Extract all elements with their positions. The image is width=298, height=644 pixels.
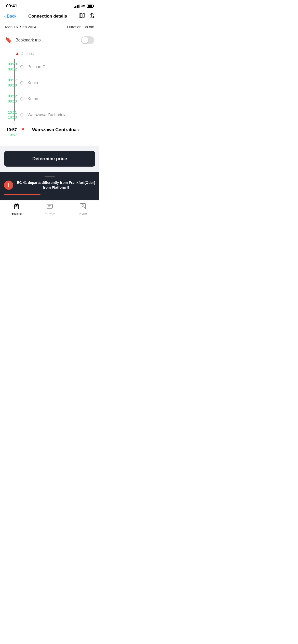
stops-toggle[interactable]: ▲ 4 stops xyxy=(0,48,99,59)
timeline: 08:29 08:32 Poznan Gl. 09:17 09:18 Konin… xyxy=(0,59,99,141)
nav-journeys-label: Journeys xyxy=(44,212,56,215)
stop-poznan-dot xyxy=(20,65,23,68)
journeys-icon xyxy=(46,203,53,211)
booking-icon xyxy=(13,203,20,211)
nav-journeys[interactable]: Journeys xyxy=(33,203,66,215)
share-icon[interactable] xyxy=(89,13,94,20)
svg-point-2 xyxy=(16,205,17,206)
home-bar xyxy=(33,218,66,218)
destination-arrow-icon: › xyxy=(78,127,79,132)
stop-poznan-arrive: 08:29 xyxy=(5,62,17,67)
svg-point-7 xyxy=(82,204,84,206)
stop-zachodnia-name: Warszawa Zachodnia xyxy=(23,113,66,117)
status-icons: 4G xyxy=(74,4,93,8)
stop-warszawa-zachodnia: 10:51 10:53 Warszawa Zachodnia xyxy=(5,107,94,123)
stop-centralna-depart: 10:57 xyxy=(5,133,17,138)
pin-icon: 📍 xyxy=(20,128,25,133)
bookmark-label: Bookmark trip xyxy=(16,38,41,42)
journey-duration: Duration: 3h 8m xyxy=(67,25,94,29)
stop-kutno-dot xyxy=(20,97,23,100)
stop-zachodnia-depart: 10:53 xyxy=(5,115,17,120)
stop-poznan: 08:29 08:32 Poznan Gl. xyxy=(5,59,94,75)
header-actions xyxy=(79,13,94,20)
nav-booking[interactable]: Booking xyxy=(0,203,33,215)
bottom-section: Determine price xyxy=(0,146,99,172)
stop-kutno-depart: 09:53 xyxy=(5,99,17,104)
network-label: 4G xyxy=(81,4,85,8)
stop-zachodnia-times: 10:51 10:53 xyxy=(5,110,20,120)
stop-poznan-times: 08:29 08:32 xyxy=(5,62,20,72)
stops-count: 4 stops xyxy=(21,51,34,56)
home-indicator xyxy=(0,217,99,218)
stop-kutno-name: Kutno xyxy=(23,97,38,101)
stop-centralna-times: 10:57 10:57 xyxy=(5,127,20,138)
determine-price-button[interactable]: Determine price xyxy=(4,151,95,167)
stop-konin: 09:17 09:18 Konin xyxy=(5,75,94,91)
alert-text: EC 41 departs differently from Frankfurt… xyxy=(17,180,95,190)
stop-kutno: 09:52 09:53 Kutno xyxy=(5,91,94,107)
svg-rect-3 xyxy=(47,204,52,208)
destination-label: Warszawa Centralna › xyxy=(25,127,79,133)
stop-poznan-name: Poznan Gl. xyxy=(23,65,48,69)
bookmark-icon: 🔖 xyxy=(5,37,12,43)
signal-icon xyxy=(74,5,79,8)
stop-kutno-arrive: 09:52 xyxy=(5,94,17,99)
profile-icon xyxy=(79,203,86,211)
stop-zachodnia-arrive: 10:51 xyxy=(5,110,17,115)
alert-icon: ! xyxy=(4,181,13,190)
nav-profile-label: Profile xyxy=(79,212,87,215)
bottom-nav: Booking Journeys Profile xyxy=(0,200,99,217)
sheet-handle xyxy=(45,176,55,177)
stop-konin-depart: 09:18 xyxy=(5,83,17,88)
battery-icon xyxy=(87,5,93,8)
status-bar: 09:41 4G xyxy=(0,0,99,11)
stop-centralna-arrive: 10:57 xyxy=(5,127,17,133)
stop-warszawa-centralna[interactable]: 10:57 10:57 📍 Warszawa Centralna › xyxy=(5,123,94,141)
back-button[interactable]: ‹ Back xyxy=(4,14,16,19)
map-icon[interactable] xyxy=(79,13,85,19)
stop-zachodnia-dot xyxy=(20,113,23,116)
bookmark-row: 🔖 Bookmark trip xyxy=(0,32,99,48)
status-time: 09:41 xyxy=(6,4,17,9)
alert-progress-bar xyxy=(4,194,40,195)
journey-section: ▲ 4 stops 08:29 08:32 Poznan Gl. 09:17 0… xyxy=(0,48,99,146)
page-title: Connection details xyxy=(28,14,67,19)
nav-booking-label: Booking xyxy=(11,212,22,215)
header: ‹ Back Connection details xyxy=(0,11,99,23)
bookmark-left: 🔖 Bookmark trip xyxy=(5,37,41,43)
nav-profile[interactable]: Profile xyxy=(66,203,99,215)
back-label: Back xyxy=(7,14,17,19)
date-row: Mon 16. Sep 2024 Duration: 3h 8m xyxy=(0,23,99,32)
toggle-knob xyxy=(82,37,88,43)
stop-konin-arrive: 09:17 xyxy=(5,78,17,83)
chevron-up-icon: ▲ xyxy=(15,51,19,56)
stop-kutno-times: 09:52 09:53 xyxy=(5,94,20,104)
stop-konin-name: Konin xyxy=(23,81,38,85)
alert-bar: ! EC 41 departs differently from Frankfu… xyxy=(0,172,99,200)
bookmark-toggle[interactable] xyxy=(81,36,94,44)
stop-centralna-name: Warszawa Centralna xyxy=(28,127,76,133)
stop-konin-dot xyxy=(20,81,23,84)
journey-date: Mon 16. Sep 2024 xyxy=(5,25,36,29)
stop-poznan-depart: 08:32 xyxy=(5,67,17,72)
back-chevron-icon: ‹ xyxy=(4,14,6,19)
stop-konin-times: 09:17 09:18 xyxy=(5,78,20,88)
alert-content: ! EC 41 departs differently from Frankfu… xyxy=(4,180,95,190)
